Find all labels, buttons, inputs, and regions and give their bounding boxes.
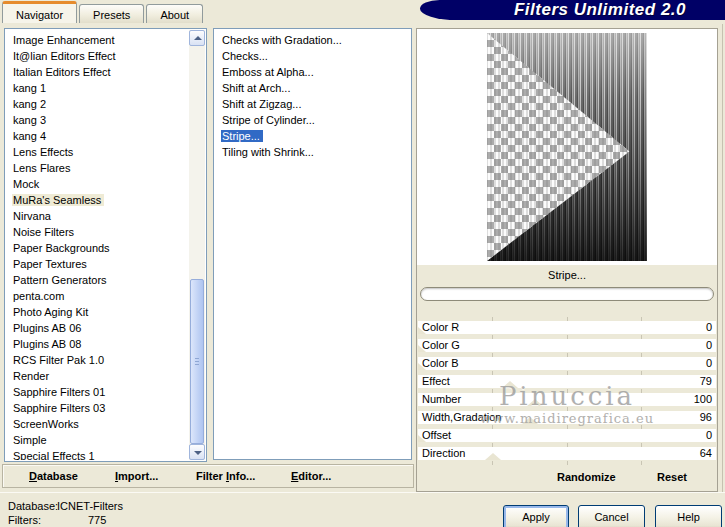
scroll-up-icon[interactable] <box>189 30 205 46</box>
list-item-mura-s-seamless[interactable]: MuRa's Seamless <box>6 192 188 208</box>
list-item-label: Simple <box>12 434 50 446</box>
slider-thumb[interactable] <box>418 345 426 352</box>
list-item-label: Tiling with Shrink... <box>221 146 317 158</box>
list-item-label: Stripe... <box>221 130 263 142</box>
slider-row-color-g[interactable]: Color G0 <box>417 339 717 357</box>
list-item-label: Plugins AB 08 <box>12 338 85 350</box>
slider-row-number[interactable]: Number100 <box>417 393 717 411</box>
list-item-plugins-ab-08[interactable]: Plugins AB 08 <box>6 336 188 352</box>
status-database-label: Database: <box>8 500 58 512</box>
filter-control-panel: Stripe... Color R0Color G0Color B0Effect… <box>416 28 718 492</box>
randomize-button[interactable]: Randomize <box>557 471 616 483</box>
slider-thumb[interactable] <box>418 363 426 370</box>
list-item-italian-editors-effect[interactable]: Italian Editors Effect <box>6 64 188 80</box>
slider-track[interactable]: Effect79 <box>418 375 716 388</box>
list-item-shift-at-zigzag[interactable]: Shift at Zigzag... <box>215 96 410 112</box>
panel-right-border <box>722 24 723 492</box>
list-item-label: ScreenWorks <box>12 418 82 430</box>
list-item-paper-textures[interactable]: Paper Textures <box>6 256 188 272</box>
tab-presets[interactable]: Presets <box>79 4 144 23</box>
list-item-screenworks[interactable]: ScreenWorks <box>6 416 188 432</box>
slider-row-color-b[interactable]: Color B0 <box>417 357 717 375</box>
apply-button[interactable]: Apply <box>503 505 569 527</box>
list-item-lens-effects[interactable]: Lens Effects <box>6 144 188 160</box>
slider-value: 64 <box>700 447 712 460</box>
list-item-rcs-filter-pak-1-0[interactable]: RCS Filter Pak 1.0 <box>6 352 188 368</box>
list-item-label: Image Enhancement <box>12 34 118 46</box>
list-item-plugins-ab-06[interactable]: Plugins AB 06 <box>6 320 188 336</box>
slider-row-effect[interactable]: Effect79 <box>417 375 717 393</box>
status-filters-label: Filters: <box>8 514 41 526</box>
tab-navigator[interactable]: Navigator <box>2 1 77 23</box>
slider-thumb[interactable] <box>418 327 426 334</box>
list-item-label: MuRa's Seamless <box>12 194 104 206</box>
list-item-photo-aging-kit[interactable]: Photo Aging Kit <box>6 304 188 320</box>
list-item-label: kang 4 <box>12 130 49 142</box>
list-item-kang-3[interactable]: kang 3 <box>6 112 188 128</box>
list-item-noise-filters[interactable]: Noise Filters <box>6 224 188 240</box>
footer-button-editor[interactable]: Editor... <box>291 465 331 487</box>
slider-value: 0 <box>706 357 712 370</box>
preview-checker-triangle <box>487 33 647 261</box>
list-item-nirvana[interactable]: Nirvana <box>6 208 188 224</box>
slider-track[interactable]: Number100 <box>418 393 716 406</box>
list-item-stripe[interactable]: Stripe... <box>215 128 410 144</box>
list-item-label: Noise Filters <box>12 226 77 238</box>
slider-value: 100 <box>694 393 712 406</box>
slider-row-width-gradation[interactable]: Width,Gradation96 <box>417 411 717 429</box>
slider-track[interactable]: Width,Gradation96 <box>418 411 716 424</box>
footer-button-database[interactable]: Database <box>29 465 78 487</box>
tab-about[interactable]: About <box>146 4 203 23</box>
list-item-shift-at-arch[interactable]: Shift at Arch... <box>215 80 410 96</box>
list-item-checks[interactable]: Checks... <box>215 48 410 64</box>
list-item-label: Photo Aging Kit <box>12 306 91 318</box>
cancel-button[interactable]: Cancel <box>578 505 645 527</box>
slider-row-direction[interactable]: Direction64 <box>417 447 717 465</box>
navigator-scrollbar[interactable] <box>189 30 205 460</box>
scroll-down-icon[interactable] <box>189 444 205 460</box>
list-item-it-lian-editors-effect[interactable]: It@lian Editors Effect <box>6 48 188 64</box>
list-item-sapphire-filters-01[interactable]: Sapphire Filters 01 <box>6 384 188 400</box>
list-item-image-enhancement[interactable]: Image Enhancement <box>6 32 188 48</box>
list-item-label: Lens Flares <box>12 162 73 174</box>
slider-track[interactable]: Direction64 <box>418 447 716 460</box>
slider-value: 0 <box>706 339 712 352</box>
slider-thumb[interactable] <box>502 381 518 388</box>
scrollbar-thumb[interactable] <box>190 279 204 444</box>
list-item-emboss-at-alpha[interactable]: Emboss at Alpha... <box>215 64 410 80</box>
list-item-penta-com[interactable]: penta.com <box>6 288 188 304</box>
list-item-lens-flares[interactable]: Lens Flares <box>6 160 188 176</box>
slider-track[interactable]: Color R0 <box>418 321 716 334</box>
list-item-sapphire-filters-03[interactable]: Sapphire Filters 03 <box>6 400 188 416</box>
list-item-checks-with-gradation[interactable]: Checks with Gradation... <box>215 32 410 48</box>
list-item-pattern-generators[interactable]: Pattern Generators <box>6 272 188 288</box>
footer-button-filter-info[interactable]: Filter Info... <box>196 465 255 487</box>
slider-thumb[interactable] <box>522 417 538 424</box>
slider-track[interactable]: Color G0 <box>418 339 716 352</box>
slider-track[interactable]: Color B0 <box>418 357 716 370</box>
reset-button[interactable]: Reset <box>657 471 687 483</box>
slider-track[interactable]: Offset0 <box>418 429 716 442</box>
list-item-special-effects-1[interactable]: Special Effects 1 <box>6 448 188 460</box>
slider-stack: Color R0Color G0Color B0Effect79Number10… <box>417 321 717 465</box>
slider-thumb[interactable] <box>527 399 543 406</box>
list-item-simple[interactable]: Simple <box>6 432 188 448</box>
list-item-kang-4[interactable]: kang 4 <box>6 128 188 144</box>
slider-thumb[interactable] <box>485 453 501 460</box>
list-item-mock[interactable]: Mock <box>6 176 188 192</box>
list-item-paper-backgrounds[interactable]: Paper Backgrounds <box>6 240 188 256</box>
list-item-label: Checks with Gradation... <box>221 34 345 46</box>
list-item-label: Plugins AB 06 <box>12 322 85 334</box>
slider-row-offset[interactable]: Offset0 <box>417 429 717 447</box>
list-item-render[interactable]: Render <box>6 368 188 384</box>
footer-button-import[interactable]: Import... <box>115 465 158 487</box>
slider-thumb[interactable] <box>418 435 426 442</box>
list-item-kang-1[interactable]: kang 1 <box>6 80 188 96</box>
list-item-stripe-of-cylinder[interactable]: Stripe of Cylinder... <box>215 112 410 128</box>
list-item-label: Special Effects 1 <box>12 450 98 460</box>
list-item-kang-2[interactable]: kang 2 <box>6 96 188 112</box>
list-item-tiling-with-shrink[interactable]: Tiling with Shrink... <box>215 144 410 160</box>
slider-row-color-r[interactable]: Color R0 <box>417 321 717 339</box>
navigator-list: Image EnhancementIt@lian Editors EffectI… <box>6 30 188 460</box>
help-button[interactable]: Help <box>655 505 722 527</box>
